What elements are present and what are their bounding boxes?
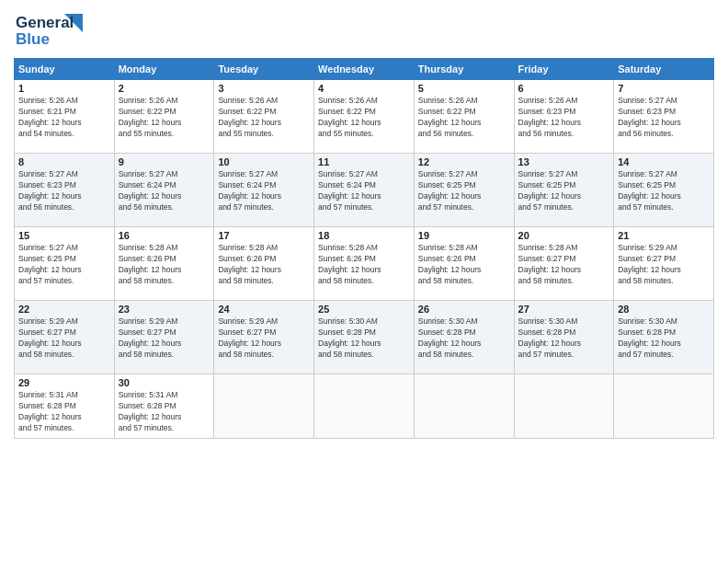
day-number: 25 bbox=[318, 304, 410, 315]
day-info: Sunrise: 5:28 AMSunset: 6:26 PMDaylight:… bbox=[218, 243, 310, 287]
calendar-cell: 2Sunrise: 5:26 AMSunset: 6:22 PMDaylight… bbox=[114, 80, 214, 154]
day-number: 4 bbox=[318, 83, 410, 94]
day-info: Sunrise: 5:30 AMSunset: 6:28 PMDaylight:… bbox=[418, 316, 510, 361]
calendar-cell bbox=[514, 374, 614, 439]
calendar-cell: 3Sunrise: 5:26 AMSunset: 6:22 PMDaylight… bbox=[214, 80, 314, 154]
day-info: Sunrise: 5:28 AMSunset: 6:26 PMDaylight:… bbox=[318, 243, 410, 287]
calendar-header-wednesday: Wednesday bbox=[314, 59, 415, 80]
day-number: 5 bbox=[418, 83, 510, 94]
day-info: Sunrise: 5:28 AMSunset: 6:26 PMDaylight:… bbox=[418, 243, 510, 287]
day-info: Sunrise: 5:27 AMSunset: 6:23 PMDaylight:… bbox=[618, 96, 710, 140]
calendar-cell: 14Sunrise: 5:27 AMSunset: 6:25 PMDayligh… bbox=[614, 154, 714, 227]
day-info: Sunrise: 5:26 AMSunset: 6:22 PMDaylight:… bbox=[418, 96, 510, 140]
day-info: Sunrise: 5:27 AMSunset: 6:24 PMDaylight:… bbox=[218, 169, 310, 213]
calendar-cell: 23Sunrise: 5:29 AMSunset: 6:27 PMDayligh… bbox=[114, 301, 214, 374]
day-info: Sunrise: 5:27 AMSunset: 6:25 PMDaylight:… bbox=[518, 169, 610, 213]
calendar-cell: 19Sunrise: 5:28 AMSunset: 6:26 PMDayligh… bbox=[414, 227, 514, 301]
calendar-cell bbox=[314, 374, 415, 439]
day-info: Sunrise: 5:30 AMSunset: 6:28 PMDaylight:… bbox=[318, 316, 410, 361]
day-number: 6 bbox=[518, 83, 610, 94]
day-info: Sunrise: 5:29 AMSunset: 6:27 PMDaylight:… bbox=[618, 243, 710, 287]
calendar-cell: 11Sunrise: 5:27 AMSunset: 6:24 PMDayligh… bbox=[314, 154, 415, 227]
calendar-table: SundayMondayTuesdayWednesdayThursdayFrid… bbox=[14, 58, 714, 439]
page-header: GeneralBlue bbox=[14, 9, 714, 51]
day-number: 19 bbox=[418, 230, 510, 241]
day-number: 30 bbox=[119, 377, 210, 388]
calendar-cell: 29Sunrise: 5:31 AMSunset: 6:28 PMDayligh… bbox=[15, 374, 115, 439]
calendar-header-monday: Monday bbox=[114, 59, 214, 80]
calendar-cell: 16Sunrise: 5:28 AMSunset: 6:26 PMDayligh… bbox=[114, 227, 214, 301]
day-number: 1 bbox=[18, 83, 110, 94]
day-info: Sunrise: 5:27 AMSunset: 6:25 PMDaylight:… bbox=[18, 243, 110, 287]
svg-text:General: General bbox=[16, 14, 74, 31]
calendar-cell: 5Sunrise: 5:26 AMSunset: 6:22 PMDaylight… bbox=[414, 80, 514, 154]
calendar-cell: 27Sunrise: 5:30 AMSunset: 6:28 PMDayligh… bbox=[514, 301, 614, 374]
calendar-cell: 8Sunrise: 5:27 AMSunset: 6:23 PMDaylight… bbox=[15, 154, 115, 227]
day-info: Sunrise: 5:28 AMSunset: 6:26 PMDaylight:… bbox=[119, 243, 210, 287]
day-info: Sunrise: 5:26 AMSunset: 6:22 PMDaylight:… bbox=[318, 96, 410, 140]
calendar-cell: 4Sunrise: 5:26 AMSunset: 6:22 PMDaylight… bbox=[314, 80, 415, 154]
day-info: Sunrise: 5:27 AMSunset: 6:24 PMDaylight:… bbox=[318, 169, 410, 213]
day-number: 7 bbox=[618, 83, 710, 94]
logo: GeneralBlue bbox=[14, 9, 87, 51]
day-number: 15 bbox=[18, 230, 110, 241]
day-number: 22 bbox=[18, 304, 110, 315]
day-info: Sunrise: 5:31 AMSunset: 6:28 PMDaylight:… bbox=[119, 390, 210, 434]
day-info: Sunrise: 5:26 AMSunset: 6:22 PMDaylight:… bbox=[218, 96, 310, 140]
calendar-cell: 10Sunrise: 5:27 AMSunset: 6:24 PMDayligh… bbox=[214, 154, 314, 227]
calendar-cell: 13Sunrise: 5:27 AMSunset: 6:25 PMDayligh… bbox=[514, 154, 614, 227]
calendar-cell: 24Sunrise: 5:29 AMSunset: 6:27 PMDayligh… bbox=[214, 301, 314, 374]
day-number: 17 bbox=[218, 230, 310, 241]
calendar-cell: 15Sunrise: 5:27 AMSunset: 6:25 PMDayligh… bbox=[15, 227, 115, 301]
day-number: 13 bbox=[518, 156, 610, 167]
day-info: Sunrise: 5:27 AMSunset: 6:23 PMDaylight:… bbox=[18, 169, 110, 213]
day-info: Sunrise: 5:27 AMSunset: 6:25 PMDaylight:… bbox=[618, 169, 710, 213]
day-info: Sunrise: 5:30 AMSunset: 6:28 PMDaylight:… bbox=[618, 316, 710, 361]
logo-svg: GeneralBlue bbox=[14, 9, 87, 51]
calendar-cell: 7Sunrise: 5:27 AMSunset: 6:23 PMDaylight… bbox=[614, 80, 714, 154]
calendar-cell: 9Sunrise: 5:27 AMSunset: 6:24 PMDaylight… bbox=[114, 154, 214, 227]
day-number: 20 bbox=[518, 230, 610, 241]
day-info: Sunrise: 5:28 AMSunset: 6:27 PMDaylight:… bbox=[518, 243, 610, 287]
day-number: 14 bbox=[618, 156, 710, 167]
calendar-cell: 28Sunrise: 5:30 AMSunset: 6:28 PMDayligh… bbox=[614, 301, 714, 374]
calendar-cell: 20Sunrise: 5:28 AMSunset: 6:27 PMDayligh… bbox=[514, 227, 614, 301]
calendar-header-saturday: Saturday bbox=[614, 59, 714, 80]
day-number: 24 bbox=[218, 304, 310, 315]
day-number: 3 bbox=[218, 83, 310, 94]
calendar-cell: 12Sunrise: 5:27 AMSunset: 6:25 PMDayligh… bbox=[414, 154, 514, 227]
day-info: Sunrise: 5:27 AMSunset: 6:25 PMDaylight:… bbox=[418, 169, 510, 213]
day-number: 10 bbox=[218, 156, 310, 167]
calendar-cell bbox=[614, 374, 714, 439]
day-info: Sunrise: 5:30 AMSunset: 6:28 PMDaylight:… bbox=[518, 316, 610, 361]
day-info: Sunrise: 5:29 AMSunset: 6:27 PMDaylight:… bbox=[218, 316, 310, 361]
calendar-cell bbox=[414, 374, 514, 439]
calendar-cell: 22Sunrise: 5:29 AMSunset: 6:27 PMDayligh… bbox=[15, 301, 115, 374]
day-info: Sunrise: 5:26 AMSunset: 6:22 PMDaylight:… bbox=[119, 96, 210, 140]
calendar-cell: 25Sunrise: 5:30 AMSunset: 6:28 PMDayligh… bbox=[314, 301, 415, 374]
day-info: Sunrise: 5:31 AMSunset: 6:28 PMDaylight:… bbox=[18, 390, 110, 434]
day-number: 8 bbox=[18, 156, 110, 167]
calendar-cell: 6Sunrise: 5:26 AMSunset: 6:23 PMDaylight… bbox=[514, 80, 614, 154]
day-number: 21 bbox=[618, 230, 710, 241]
day-number: 11 bbox=[318, 156, 410, 167]
day-number: 16 bbox=[119, 230, 210, 241]
day-number: 18 bbox=[318, 230, 410, 241]
day-number: 9 bbox=[119, 156, 210, 167]
day-number: 2 bbox=[119, 83, 210, 94]
calendar-cell: 30Sunrise: 5:31 AMSunset: 6:28 PMDayligh… bbox=[114, 374, 214, 439]
calendar-cell: 26Sunrise: 5:30 AMSunset: 6:28 PMDayligh… bbox=[414, 301, 514, 374]
day-number: 23 bbox=[119, 304, 210, 315]
day-number: 12 bbox=[418, 156, 510, 167]
day-info: Sunrise: 5:26 AMSunset: 6:21 PMDaylight:… bbox=[18, 96, 110, 140]
day-number: 28 bbox=[618, 304, 710, 315]
day-info: Sunrise: 5:27 AMSunset: 6:24 PMDaylight:… bbox=[119, 169, 210, 213]
calendar-header-tuesday: Tuesday bbox=[214, 59, 314, 80]
day-info: Sunrise: 5:29 AMSunset: 6:27 PMDaylight:… bbox=[18, 316, 110, 361]
calendar-header-row: SundayMondayTuesdayWednesdayThursdayFrid… bbox=[15, 59, 714, 80]
calendar-header-sunday: Sunday bbox=[15, 59, 115, 80]
calendar-cell: 18Sunrise: 5:28 AMSunset: 6:26 PMDayligh… bbox=[314, 227, 415, 301]
calendar-cell: 1Sunrise: 5:26 AMSunset: 6:21 PMDaylight… bbox=[15, 80, 115, 154]
calendar-header-thursday: Thursday bbox=[414, 59, 514, 80]
calendar-cell: 17Sunrise: 5:28 AMSunset: 6:26 PMDayligh… bbox=[214, 227, 314, 301]
